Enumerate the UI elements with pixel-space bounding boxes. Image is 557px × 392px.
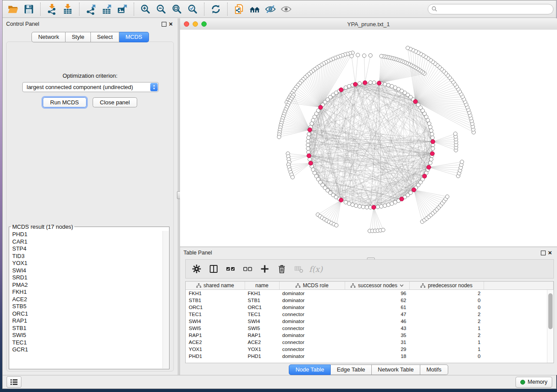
table-settings-button[interactable]: [190, 262, 203, 275]
delete-column-button[interactable]: [275, 262, 288, 275]
network-node[interactable]: [344, 86, 348, 89]
mcds-hub-node[interactable]: [353, 82, 358, 86]
mcds-hub-node[interactable]: [308, 161, 313, 165]
tab-select[interactable]: Select: [91, 32, 119, 42]
column-header-MCDS-role[interactable]: MCDS role: [279, 282, 345, 290]
close-panel-button[interactable]: Close panel: [93, 97, 138, 107]
network-node[interactable]: [277, 135, 281, 139]
network-canvas[interactable]: [180, 30, 557, 247]
mcds-hub-node[interactable]: [427, 165, 431, 169]
network-node[interactable]: [372, 81, 376, 85]
tab-mcds[interactable]: MCDS: [119, 32, 149, 42]
column-header-name[interactable]: name: [245, 282, 279, 290]
mcds-hub-node[interactable]: [412, 188, 416, 192]
import-network-button[interactable]: [44, 3, 60, 16]
network-node[interactable]: [358, 82, 362, 86]
network-node[interactable]: [380, 54, 384, 58]
open-file-button[interactable]: [5, 3, 21, 16]
network-node[interactable]: [431, 147, 435, 151]
export-image-button[interactable]: [114, 3, 130, 16]
mcds-hub-node[interactable]: [422, 174, 427, 179]
table-row[interactable]: YOX1YOX1connector291: [186, 346, 554, 353]
network-node[interactable]: [365, 206, 369, 210]
mcds-hub-node[interactable]: [307, 154, 311, 158]
mcds-result-item[interactable]: PHD1: [9, 231, 163, 238]
mcds-result-item[interactable]: STP4: [9, 245, 163, 253]
network-node[interactable]: [347, 202, 351, 206]
close-panel-icon[interactable]: ×: [167, 21, 174, 28]
network-node[interactable]: [460, 160, 464, 164]
table-row[interactable]: ORC1ORC1dominator610: [186, 304, 554, 311]
mcds-result-item[interactable]: SWI4: [9, 267, 163, 275]
show-all-button[interactable]: [278, 3, 294, 16]
table-row[interactable]: PHD1PHD1dominator180: [186, 353, 554, 360]
mcds-result-item[interactable]: STB5: [9, 303, 163, 310]
export-table-button[interactable]: [99, 3, 114, 16]
table-row[interactable]: ACE2ACE2connector311: [186, 339, 554, 346]
mcds-list-scrollbar[interactable]: [163, 231, 169, 368]
network-node[interactable]: [387, 203, 391, 207]
select-all-columns-button[interactable]: [224, 262, 237, 275]
network-node[interactable]: [429, 158, 433, 162]
mcds-hub-node[interactable]: [339, 198, 343, 203]
network-node[interactable]: [380, 205, 384, 209]
network-node[interactable]: [361, 205, 365, 209]
deselect-all-columns-button[interactable]: [241, 262, 254, 275]
network-node[interactable]: [387, 83, 391, 87]
network-node[interactable]: [306, 143, 310, 147]
mcds-hub-node[interactable]: [363, 81, 367, 85]
network-node[interactable]: [430, 132, 434, 136]
mcds-hub-node[interactable]: [413, 100, 418, 104]
network-node[interactable]: [358, 205, 362, 209]
column-header-predecessor-nodes[interactable]: predecessor nodes: [409, 282, 484, 290]
network-node[interactable]: [429, 129, 433, 133]
mcds-hub-node[interactable]: [308, 128, 312, 132]
table-row[interactable]: STB1STB1dominator620: [186, 297, 554, 304]
mcds-result-item[interactable]: CAR1: [9, 238, 163, 246]
network-node[interactable]: [306, 147, 310, 151]
network-node[interactable]: [362, 54, 366, 58]
mcds-hub-node[interactable]: [377, 81, 381, 86]
network-node[interactable]: [291, 175, 294, 179]
mcds-hub-node[interactable]: [431, 140, 435, 144]
column-header-successor-nodes[interactable]: successor nodes: [345, 282, 409, 290]
network-node[interactable]: [409, 191, 413, 195]
float-table-panel-icon[interactable]: [540, 249, 547, 256]
search-input[interactable]: [439, 6, 550, 13]
network-node[interactable]: [383, 204, 387, 208]
table-row[interactable]: SWI4SWI4dominator462: [186, 318, 554, 325]
run-mcds-button[interactable]: Run MCDS: [43, 97, 86, 107]
mcds-hub-node[interactable]: [318, 105, 323, 110]
network-node[interactable]: [310, 122, 314, 126]
network-node[interactable]: [383, 83, 387, 86]
tab-style[interactable]: Style: [66, 32, 91, 42]
network-node[interactable]: [429, 161, 432, 165]
network-node[interactable]: [350, 54, 354, 58]
first-neighbors-button[interactable]: [247, 3, 263, 16]
network-node[interactable]: [390, 84, 394, 88]
network-node[interactable]: [381, 228, 385, 232]
zoom-in-button[interactable]: [138, 3, 153, 16]
tab-network[interactable]: Network: [31, 32, 66, 42]
table-row[interactable]: FKH1FKH1dominator962: [186, 290, 554, 297]
network-node[interactable]: [369, 54, 373, 58]
close-table-panel-icon[interactable]: ×: [547, 249, 554, 256]
export-network-button[interactable]: [83, 3, 99, 16]
import-table-button[interactable]: [60, 3, 76, 16]
mcds-hub-node[interactable]: [339, 88, 343, 92]
add-column-button[interactable]: [258, 262, 271, 275]
mcds-result-item[interactable]: RAP1: [9, 317, 163, 325]
network-node[interactable]: [429, 125, 432, 129]
hide-selected-button[interactable]: [263, 3, 278, 16]
network-node[interactable]: [453, 132, 457, 136]
toggle-panels-button[interactable]: [207, 262, 220, 275]
mcds-result-item[interactable]: PMA2: [9, 282, 163, 289]
tab-node-table[interactable]: Node Table: [289, 364, 331, 375]
table-row[interactable]: TEC1TEC1connector472: [186, 311, 554, 318]
network-window-titlebar[interactable]: YPA_prune.txt_1: [180, 18, 557, 30]
criterion-select[interactable]: largest connected component (undirected)…: [22, 82, 159, 92]
mcds-result-item[interactable]: TID3: [9, 253, 163, 260]
table-scrollbar[interactable]: [547, 290, 554, 363]
table-row[interactable]: RAP1RAP1dominator352: [186, 332, 554, 339]
memory-button[interactable]: Memory: [515, 377, 552, 388]
